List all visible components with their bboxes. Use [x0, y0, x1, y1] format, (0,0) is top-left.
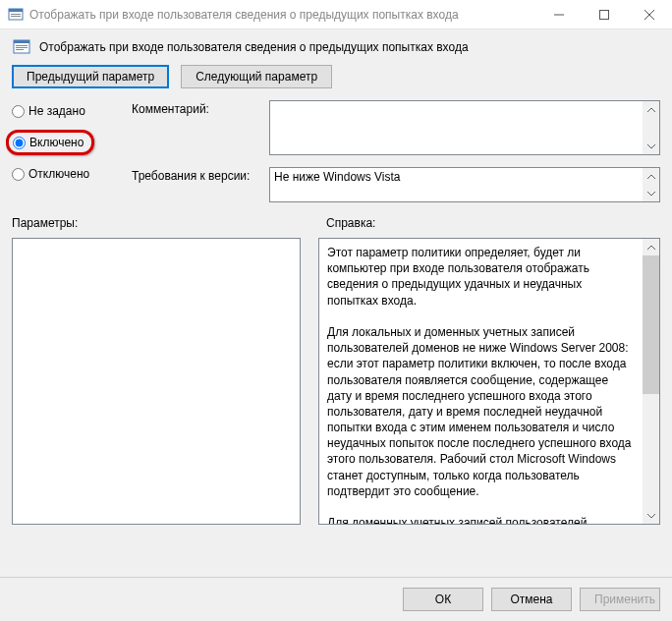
supported-field: Не ниже Windows Vista [269, 167, 660, 202]
radio-disabled-label: Отключено [28, 167, 89, 181]
prev-setting-button[interactable]: Предыдущий параметр [12, 65, 169, 88]
scroll-up-icon[interactable] [643, 101, 659, 118]
scroll-down-icon[interactable] [643, 138, 659, 154]
scroll-up-icon[interactable] [643, 239, 659, 255]
radio-not-configured-label: Не задано [28, 104, 85, 118]
policy-title: Отображать при входе пользователя сведен… [39, 40, 469, 54]
radio-disabled[interactable]: Отключено [12, 167, 120, 181]
svg-rect-9 [14, 40, 29, 43]
svg-rect-3 [11, 16, 21, 17]
policy-header: Отображать при входе пользователя сведен… [0, 29, 672, 65]
radio-not-configured-input[interactable] [12, 105, 25, 118]
help-text: Этот параметр политики определяет, будет… [319, 239, 659, 525]
radio-enabled-input[interactable] [13, 137, 26, 149]
fields-column: Комментарий: Требования к версии: Не ниж… [132, 100, 660, 202]
maximize-button[interactable] [582, 0, 627, 28]
next-setting-button[interactable]: Следующий параметр [181, 65, 332, 88]
supported-value: Не ниже Windows Vista [270, 168, 659, 186]
supported-label: Требования к версии: [132, 167, 259, 183]
middle-section: Не задано Включено Отключено Комментарий… [0, 100, 672, 202]
help-scrollbar[interactable] [643, 239, 659, 524]
panes-row: Этот параметр политики определяет, будет… [0, 234, 672, 577]
scroll-up-icon[interactable] [643, 168, 659, 185]
help-pane: Этот параметр политики определяет, будет… [318, 238, 660, 525]
close-button[interactable] [627, 0, 672, 28]
apply-button[interactable]: Применить [580, 588, 660, 611]
comment-scrollbar[interactable] [643, 101, 659, 154]
svg-rect-5 [600, 10, 609, 19]
svg-rect-12 [16, 49, 24, 50]
svg-rect-11 [16, 47, 28, 48]
pane-labels-row: Параметры: Справка: [0, 202, 672, 234]
cancel-button[interactable]: Отмена [491, 588, 572, 611]
svg-rect-10 [16, 45, 28, 46]
minimize-button[interactable] [536, 0, 582, 28]
help-label: Справка: [326, 216, 375, 230]
svg-rect-2 [11, 14, 21, 15]
app-icon [8, 7, 24, 23]
radio-disabled-input[interactable] [12, 168, 25, 181]
radio-enabled[interactable]: Включено [13, 136, 84, 149]
comment-row: Комментарий: [132, 100, 660, 155]
options-label: Параметры: [12, 216, 326, 230]
ok-button[interactable]: ОК [403, 588, 483, 611]
radio-enabled-highlight: Включено [6, 130, 94, 155]
supported-scrollbar[interactable] [643, 168, 659, 201]
comment-label: Комментарий: [132, 100, 259, 116]
supported-row: Требования к версии: Не ниже Windows Vis… [132, 167, 660, 202]
comment-field[interactable] [269, 100, 660, 155]
dialog-footer: ОК Отмена Применить [0, 577, 672, 621]
options-pane [12, 238, 301, 525]
scroll-down-icon[interactable] [643, 185, 659, 201]
nav-buttons: Предыдущий параметр Следующий параметр [0, 65, 672, 100]
policy-icon [12, 37, 31, 57]
state-radios: Не задано Включено Отключено [12, 100, 120, 202]
scroll-track[interactable] [643, 255, 659, 507]
svg-rect-1 [9, 9, 23, 12]
titlebar: Отображать при входе пользователя сведен… [0, 0, 672, 29]
radio-not-configured[interactable]: Не задано [12, 104, 120, 118]
radio-enabled-label: Включено [29, 136, 84, 149]
window-title: Отображать при входе пользователя сведен… [29, 8, 536, 22]
scroll-thumb[interactable] [643, 255, 659, 394]
scroll-down-icon[interactable] [643, 507, 659, 524]
window-buttons [536, 0, 672, 28]
comment-value [270, 101, 659, 105]
content-area: Отображать при входе пользователя сведен… [0, 29, 672, 621]
